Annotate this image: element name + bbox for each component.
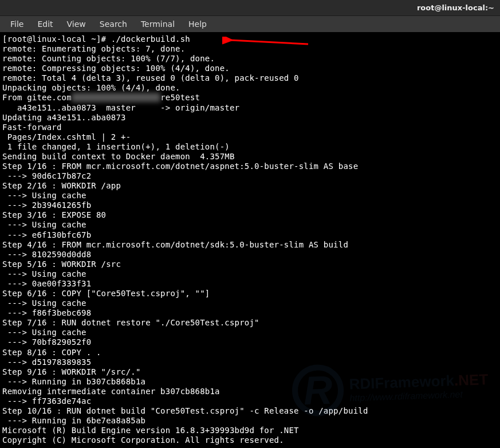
- terminal-line: ---> 0ae00f333f31: [2, 279, 498, 289]
- menu-search[interactable]: Search: [93, 17, 134, 31]
- terminal-line: ---> 8102590d0dd8: [2, 250, 498, 260]
- terminal-line: Microsoft (R) Build Engine version 16.8.…: [2, 426, 498, 435]
- menu-view[interactable]: View: [60, 17, 93, 31]
- terminal-output[interactable]: [root@linux-local ~]# ./dockerbuild.shre…: [0, 32, 500, 448]
- terminal-line: remote: Total 4 (delta 3), reused 0 (del…: [2, 73, 498, 83]
- terminal-line: ---> Using cache: [2, 328, 498, 337]
- terminal-line: ---> ff7363de74ac: [2, 396, 498, 406]
- terminal-line: ---> 90d6c17b87c2: [2, 171, 498, 181]
- terminal-line: Step 3/16 : EXPOSE 80: [2, 210, 498, 220]
- terminal-line: Updating a43e151..aba0873: [2, 113, 498, 123]
- menubar: File Edit View Search Terminal Help: [0, 16, 500, 32]
- terminal-line: Step 1/16 : FROM mcr.microsoft.com/dotne…: [2, 162, 498, 171]
- terminal-line: a43e151..aba0873 master -> origin/master: [2, 103, 498, 113]
- terminal-line: remote: Enumerating objects: 7, done.: [2, 44, 498, 54]
- terminal-line: Step 9/16 : WORKDIR "/src/.": [2, 367, 498, 377]
- redacted-text: xxxxxxxxxxxxxxxxxx: [72, 93, 160, 102]
- terminal-line: Step 6/16 : COPY ["Core50Test.csproj", "…: [2, 289, 498, 298]
- terminal-line: Unpacking objects: 100% (4/4), done.: [2, 83, 498, 93]
- terminal-line: Step 2/16 : WORKDIR /app: [2, 181, 498, 191]
- terminal-line: ---> f86f3bebc698: [2, 308, 498, 318]
- terminal-line: ---> Running in 6be7ea8a85ab: [2, 416, 498, 426]
- terminal-line: remote: Counting objects: 100% (7/7), do…: [2, 54, 498, 64]
- terminal-line: Step 10/16 : RUN dotnet build "Core50Tes…: [2, 406, 498, 416]
- terminal-line: ---> 70bf829052f0: [2, 337, 498, 347]
- menu-help[interactable]: Help: [182, 17, 214, 31]
- window-title: root@linux-local:~: [417, 3, 494, 12]
- terminal-line: Fast-forward: [2, 123, 498, 132]
- terminal-line: [root@linux-local ~]# ./dockerbuild.sh: [2, 34, 498, 44]
- menu-file[interactable]: File: [3, 17, 30, 31]
- terminal-line: Step 5/16 : WORKDIR /src: [2, 260, 498, 269]
- terminal-line: Removing intermediate container b307cb86…: [2, 387, 498, 396]
- terminal-line: ---> e6f130bfc67b: [2, 230, 498, 240]
- terminal-line: Step 8/16 : COPY . .: [2, 348, 498, 357]
- terminal-line: Copyright (C) Microsoft Corporation. All…: [2, 435, 498, 445]
- terminal-line: ---> Using cache: [2, 191, 498, 201]
- terminal-line: Pages/Index.cshtml | 2 +-: [2, 132, 498, 142]
- terminal-line: Step 4/16 : FROM mcr.microsoft.com/dotne…: [2, 240, 498, 250]
- terminal-line: ---> Running in b307cb868b1a: [2, 377, 498, 387]
- terminal-line: ---> Using cache: [2, 269, 498, 279]
- menu-edit[interactable]: Edit: [30, 17, 60, 31]
- terminal-line: ---> d51978389835: [2, 357, 498, 367]
- window-titlebar: root@linux-local:~: [0, 0, 500, 16]
- terminal-line: ---> Using cache: [2, 220, 498, 230]
- terminal-line: remote: Compressing objects: 100% (4/4),…: [2, 64, 498, 73]
- terminal-line: Step 7/16 : RUN dotnet restore "./Core50…: [2, 318, 498, 328]
- terminal-line: From gitee.comxxxxxxxxxxxxxxxxxxre50test: [2, 93, 498, 103]
- menu-terminal[interactable]: Terminal: [134, 17, 182, 31]
- terminal-line: Sending build context to Docker daemon 4…: [2, 152, 498, 162]
- terminal-line: ---> 2b39461265fb: [2, 201, 498, 210]
- terminal-line: 1 file changed, 1 insertion(+), 1 deleti…: [2, 142, 498, 152]
- terminal-line: ---> Using cache: [2, 298, 498, 308]
